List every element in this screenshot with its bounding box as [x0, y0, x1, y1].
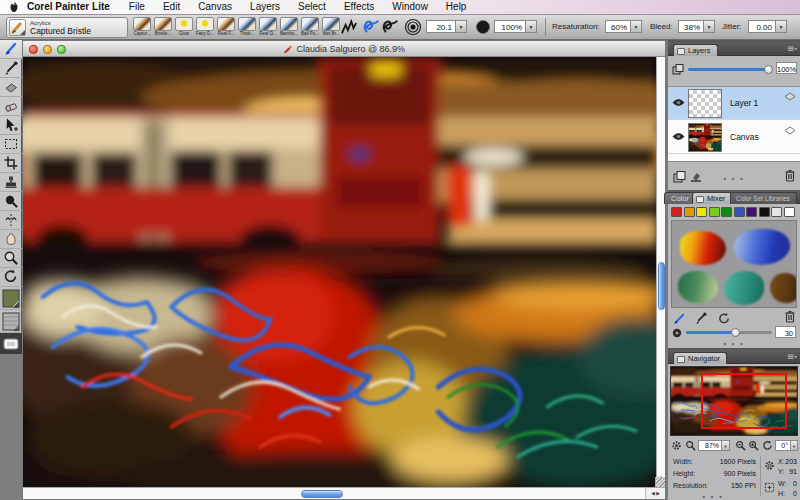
navigator-view-rectangle[interactable] — [701, 373, 787, 429]
canvas-preview-chip[interactable] — [0, 333, 22, 356]
mixer-pad[interactable] — [671, 220, 797, 308]
brush-variant-item[interactable]: Captur... — [132, 16, 152, 39]
dropper-tool[interactable] — [0, 59, 22, 78]
color-set-libraries-tab[interactable]: Color Set Libraries — [730, 192, 797, 204]
menu-select[interactable]: Select — [289, 0, 335, 14]
bleed-field[interactable]: 38% — [678, 20, 704, 33]
layer-opacity-slider[interactable] — [688, 68, 768, 71]
mixer-swatch[interactable] — [709, 207, 720, 217]
eraser-tool[interactable] — [0, 97, 22, 116]
menu-layers[interactable]: Layers — [241, 0, 289, 14]
trash-icon[interactable] — [785, 169, 795, 182]
mixer-reset-icon[interactable] — [717, 312, 732, 325]
document-title-bar[interactable]: Claudia Salguero @ 86.9% — [23, 41, 665, 57]
rotate-canvas-icon[interactable] — [762, 440, 773, 451]
freehand-stroke-icon[interactable] — [362, 18, 380, 36]
resaturation-field[interactable]: 60% — [605, 20, 631, 33]
layer-row-layer1[interactable]: Layer 1 — [668, 87, 800, 120]
apple-menu[interactable] — [0, 2, 23, 13]
mixer-swatch[interactable] — [784, 207, 795, 217]
brush-variant-item[interactable]: Wet Br... — [321, 16, 341, 39]
mixer-swatch[interactable] — [759, 207, 770, 217]
rectangular-selection-tool[interactable] — [0, 135, 22, 154]
visibility-eye-icon[interactable] — [672, 132, 685, 141]
navigator-zoom-dropdown[interactable]: ▼ — [722, 440, 730, 451]
scribble-stroke-icon[interactable] — [340, 18, 358, 36]
mixer-swatch[interactable] — [734, 207, 745, 217]
brush-variant-item[interactable]: Fairy D... — [195, 16, 215, 39]
mixer-brush-icon[interactable] — [672, 312, 687, 325]
vertical-scrollbar-thumb[interactable] — [658, 262, 665, 310]
rotate-page-tool[interactable] — [0, 268, 22, 287]
jitter-dropdown[interactable]: ▼ — [776, 20, 787, 33]
mixer-swatch[interactable] — [771, 207, 782, 217]
navigator-angle-dropdown[interactable]: ▼ — [791, 440, 798, 451]
mixer-slider-knob[interactable] — [731, 328, 740, 337]
mixer-swatch[interactable] — [746, 207, 757, 217]
horizontal-scrollbar[interactable] — [23, 487, 646, 499]
mixer-dropper-icon[interactable] — [693, 312, 708, 325]
navigator-magnifier-icon[interactable] — [685, 440, 696, 451]
window-resize-grip[interactable] — [655, 477, 665, 487]
opacity-field[interactable]: 100% — [494, 20, 526, 33]
jitter-field[interactable]: 0.00 — [748, 20, 776, 33]
brush-size-field[interactable]: 20.1 — [426, 20, 456, 33]
straight-stroke-icon[interactable] — [381, 18, 399, 36]
brush-tool[interactable] — [0, 40, 22, 59]
magnifier-tool[interactable] — [0, 249, 22, 268]
navigator-settings-gear-icon[interactable] — [671, 440, 682, 451]
mixer-swatch[interactable] — [684, 207, 695, 217]
grabber-hand-tool[interactable] — [0, 230, 22, 249]
layers-resize-dots[interactable]: • • • — [668, 176, 800, 182]
layer-opacity-knob[interactable] — [764, 65, 773, 74]
layer-adjuster-tool[interactable] — [0, 116, 22, 135]
mixer-swatch[interactable] — [721, 207, 732, 217]
paint-bucket-tool[interactable] — [0, 78, 22, 97]
layers-flyout-icon[interactable] — [787, 46, 797, 53]
paper-texture-swatch[interactable] — [0, 310, 22, 333]
menu-edit[interactable]: Edit — [154, 0, 189, 14]
brush-variant-item[interactable]: Real F... — [216, 16, 236, 39]
menu-window[interactable]: Window — [383, 0, 437, 14]
vertical-scrollbar[interactable]: ▲▼ — [656, 57, 665, 487]
layers-tab[interactable]: Layers — [673, 44, 718, 56]
mixer-swatch[interactable] — [696, 207, 707, 217]
mixer-slider[interactable] — [686, 331, 736, 334]
opacity-dropdown[interactable]: ▼ — [526, 20, 537, 33]
mirror-painting-tool[interactable] — [0, 211, 22, 230]
brush-variant-item[interactable]: Bambo... — [279, 16, 299, 39]
brush-variant-item[interactable]: Ball Po... — [300, 16, 320, 39]
layer-row-canvas[interactable]: Canvas — [668, 121, 800, 154]
menu-effects[interactable]: Effects — [335, 0, 383, 14]
mixer-trash-icon[interactable] — [785, 310, 795, 323]
brush-variant-item[interactable]: Bristle... — [153, 16, 173, 39]
layer-opacity-value[interactable]: 100% — [776, 62, 797, 74]
menu-canvas[interactable]: Canvas — [189, 0, 241, 14]
brush-variant-item[interactable]: Real D... — [258, 16, 278, 39]
resaturation-dropdown[interactable]: ▼ — [631, 20, 642, 33]
dodge-burn-tool[interactable] — [0, 192, 22, 211]
mixer-slider-rest[interactable] — [736, 331, 772, 334]
mixer-swatch[interactable] — [671, 207, 682, 217]
mixer-resize-dots[interactable]: • • • — [668, 341, 800, 347]
app-menu[interactable]: Corel Painter Lite — [23, 0, 120, 14]
navigator-thumbnail[interactable] — [670, 366, 798, 436]
bleed-dropdown[interactable]: ▼ — [704, 20, 715, 33]
brush-selector[interactable]: Acrylics Captured Bristle — [6, 17, 128, 38]
navigator-resize-dots[interactable]: • • • — [668, 494, 758, 500]
navigator-tab[interactable]: Navigator — [673, 352, 727, 364]
painting-canvas[interactable] — [23, 57, 656, 487]
zoom-out-icon[interactable] — [735, 440, 746, 451]
crop-tool[interactable] — [0, 154, 22, 173]
mixer-tab[interactable]: Mixer — [692, 192, 732, 204]
brush-variant-item[interactable]: Thick... — [237, 16, 257, 39]
cloner-tool[interactable] — [0, 173, 22, 192]
menu-help[interactable]: Help — [437, 0, 476, 14]
horizontal-scrollbar-thumb[interactable] — [301, 490, 343, 498]
zoom-in-icon[interactable] — [748, 440, 759, 451]
navigator-angle-value[interactable]: 0° — [775, 440, 791, 451]
mixer-slider-value[interactable]: 30 — [775, 326, 796, 338]
main-color-swatch[interactable] — [0, 287, 22, 310]
brush-size-dropdown[interactable]: ▼ — [456, 20, 467, 33]
menu-file[interactable]: File — [120, 0, 154, 14]
